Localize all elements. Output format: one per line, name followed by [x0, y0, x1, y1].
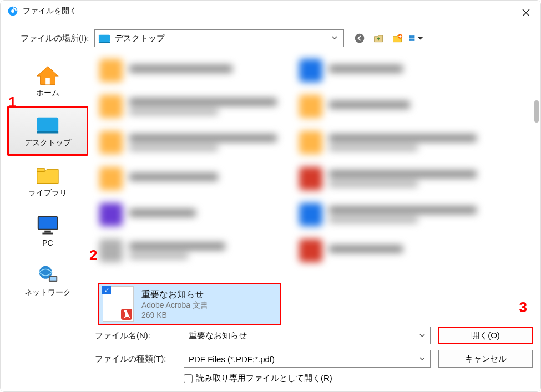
filetype-value: PDF Files (*.PDF;*.pdf) [189, 354, 275, 364]
file-list-pane[interactable]: ✓ 重要なお知らせ Adobe Acroba 文書 269 KB [95, 50, 540, 325]
library-folder-icon [35, 164, 60, 186]
svg-rect-13 [37, 168, 44, 171]
cancel-button[interactable]: キャンセル [438, 350, 533, 368]
back-arrow-icon [354, 33, 365, 44]
svg-rect-17 [42, 232, 53, 234]
button-label: キャンセル [465, 354, 507, 364]
pdf-badge-icon [121, 309, 132, 320]
places-item-label: ライブラリ [28, 188, 67, 198]
location-combobox[interactable]: デスクトップ [94, 29, 344, 47]
filename-label: ファイル名(N): [95, 330, 184, 341]
svg-point-1 [11, 9, 14, 13]
back-button[interactable] [352, 30, 367, 46]
readonly-checkbox-row[interactable]: 読み取り専用ファイルとして開く(R) [184, 373, 533, 384]
file-name: 重要なお知らせ [141, 289, 208, 301]
up-one-level-button[interactable] [371, 30, 386, 46]
view-menu-button[interactable] [408, 30, 424, 46]
filename-value: 重要なお知らせ [189, 330, 247, 341]
annotation-1: 1 [8, 94, 16, 111]
window-title: ファイルを開く [23, 6, 77, 16]
file-item-selected[interactable]: ✓ 重要なお知らせ Adobe Acroba 文書 269 KB [98, 283, 281, 325]
location-label: ファイルの場所(I): [21, 33, 89, 44]
svg-rect-3 [99, 42, 110, 43]
location-value: デスクトップ [115, 33, 329, 44]
close-icon [522, 8, 530, 17]
svg-rect-16 [44, 231, 50, 233]
places-item-label: ホーム [36, 88, 59, 98]
annotation-3: 3 [519, 299, 527, 316]
places-item-label: デスクトップ [24, 138, 71, 148]
network-globe-icon [35, 263, 60, 286]
pc-monitor-icon [35, 214, 60, 236]
readonly-checkbox[interactable] [184, 374, 193, 383]
svg-rect-11 [37, 118, 58, 131]
filename-combobox[interactable]: 重要なお知らせ [184, 327, 431, 344]
blurred-file-grid [99, 55, 536, 266]
svg-rect-6 [409, 35, 412, 38]
places-item-label: PC [42, 238, 53, 247]
svg-rect-10 [45, 78, 50, 84]
close-button[interactable] [519, 6, 533, 19]
open-button[interactable]: 開く(O) [438, 327, 533, 344]
scrollbar[interactable] [533, 50, 540, 325]
svg-rect-12 [37, 131, 58, 133]
app-icon [7, 6, 18, 17]
location-toolbar: ファイルの場所(I): デスクトップ [1, 22, 540, 53]
annotation-2: 2 [89, 247, 97, 264]
folder-up-icon [373, 33, 384, 44]
file-metadata: 重要なお知らせ Adobe Acroba 文書 269 KB [141, 289, 208, 319]
file-thumbnail: ✓ [103, 286, 134, 322]
places-sidebar: ホーム デスクトップ ライブラリ PC [1, 50, 95, 325]
svg-point-4 [355, 34, 365, 43]
home-icon [35, 64, 60, 86]
scrollbar-thumb[interactable] [534, 100, 539, 123]
svg-rect-8 [409, 39, 412, 41]
titlebar: ファイルを開く [1, 1, 540, 22]
places-item-desktop[interactable]: デスクトップ [7, 106, 88, 156]
svg-rect-9 [412, 39, 414, 41]
places-item-library[interactable]: ライブラリ [7, 156, 88, 206]
file-type: Adobe Acroba 文書 [141, 301, 208, 310]
chevron-down-icon [419, 354, 426, 364]
desktop-folder-icon [98, 33, 110, 43]
places-item-label: ネットワーク [24, 288, 71, 298]
svg-rect-20 [50, 277, 56, 281]
chevron-down-icon [417, 33, 424, 44]
places-item-pc[interactable]: PC [7, 206, 88, 256]
svg-rect-14 [38, 217, 57, 230]
dialog-body: ホーム デスクトップ ライブラリ PC [1, 50, 540, 325]
button-label: 開く(O) [471, 330, 500, 341]
file-size: 269 KB [141, 310, 208, 319]
places-item-network[interactable]: ネットワーク [7, 256, 88, 306]
view-grid-icon [408, 33, 416, 44]
desktop-icon [35, 114, 60, 136]
new-folder-icon [392, 33, 403, 44]
file-open-dialog: ファイルを開く ファイルの場所(I): デスクトップ [0, 0, 541, 392]
chevron-down-icon [329, 33, 340, 43]
filetype-label: ファイルの種類(T): [95, 354, 184, 364]
new-folder-button[interactable] [390, 30, 405, 46]
selected-check-icon: ✓ [102, 286, 111, 294]
dialog-footer: ファイル名(N): 重要なお知らせ 開く(O) ファイルの種類(T): PDF … [95, 327, 533, 384]
filetype-combobox[interactable]: PDF Files (*.PDF;*.pdf) [184, 350, 431, 368]
svg-rect-7 [412, 35, 414, 38]
places-item-home[interactable]: ホーム [7, 56, 88, 106]
readonly-label: 読み取り専用ファイルとして開く(R) [196, 373, 332, 384]
chevron-down-icon [419, 331, 426, 340]
toolbar-icons [352, 30, 424, 46]
svg-rect-2 [99, 35, 110, 42]
